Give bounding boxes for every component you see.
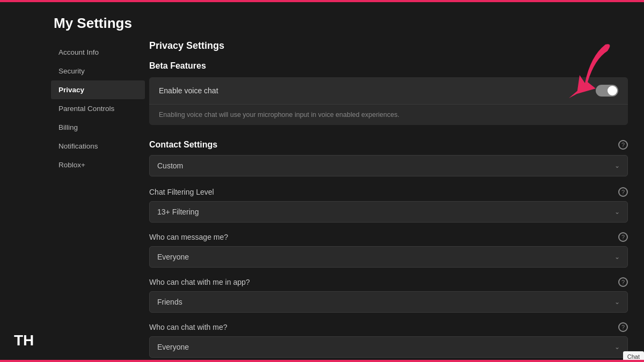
who-chat-app-value: Friends <box>157 298 182 306</box>
contact-settings-title: Contact Settings <box>149 140 217 150</box>
who-chat-value: Everyone <box>157 343 189 351</box>
contact-settings-section: Contact Settings ? Custom ⌄ <box>149 140 628 176</box>
chat-filtering-help-icon[interactable]: ? <box>618 187 628 197</box>
who-message-section: Who can message me? ? Everyone ⌄ <box>149 232 628 268</box>
sidebar-item-privacy[interactable]: Privacy <box>51 80 145 99</box>
chat-filtering-label: Chat Filtering Level <box>149 188 214 196</box>
chat-tooltip: Chat <box>623 351 644 362</box>
contact-settings-value: Custom <box>157 161 183 170</box>
who-chat-app-help-icon[interactable]: ? <box>618 277 628 287</box>
who-chat-app-label: Who can chat with me in app? <box>149 278 250 286</box>
sidebar-item-billing[interactable]: Billing <box>51 118 145 137</box>
who-chat-app-section: Who can chat with me in app? ? Friends ⌄ <box>149 277 628 313</box>
contact-settings-help-icon[interactable]: ? <box>618 140 628 150</box>
chat-filtering-section: Chat Filtering Level ? 13+ Filtering ⌄ <box>149 187 628 223</box>
who-message-help-icon[interactable]: ? <box>618 232 628 242</box>
who-chat-app-header: Who can chat with me in app? ? <box>149 277 628 287</box>
chat-filtering-value: 13+ Filtering <box>157 208 199 216</box>
sidebar: Account Info Security Privacy Parental C… <box>51 43 145 174</box>
who-message-label: Who can message me? <box>149 233 228 241</box>
who-chat-header: Who can chat with me? ? <box>149 322 628 332</box>
who-message-header: Who can message me? ? <box>149 232 628 242</box>
voice-chat-label: Enable voice chat <box>159 86 218 95</box>
sidebar-item-parental-controls[interactable]: Parental Controls <box>51 99 145 118</box>
sidebar-item-roblox-plus[interactable]: Roblox+ <box>51 156 145 174</box>
contact-settings-dropdown[interactable]: Custom ⌄ <box>149 155 628 176</box>
who-message-dropdown[interactable]: Everyone ⌄ <box>149 246 628 268</box>
page-title: My Settings <box>54 15 132 32</box>
who-chat-app-dropdown[interactable]: Friends ⌄ <box>149 291 628 313</box>
chat-filtering-header: Chat Filtering Level ? <box>149 187 628 197</box>
who-message-chevron-icon: ⌄ <box>614 253 620 261</box>
chat-filtering-chevron-icon: ⌄ <box>614 208 620 216</box>
who-chat-help-icon[interactable]: ? <box>618 322 628 332</box>
contact-settings-chevron-icon: ⌄ <box>614 162 620 169</box>
arrow-decoration <box>547 40 617 112</box>
sidebar-item-notifications[interactable]: Notifications <box>51 137 145 156</box>
chat-filtering-dropdown[interactable]: 13+ Filtering ⌄ <box>149 201 628 223</box>
who-chat-section: Who can chat with me? ? Everyone ⌄ <box>149 322 628 358</box>
contact-header: Contact Settings ? <box>149 140 628 150</box>
sidebar-item-security[interactable]: Security <box>51 62 145 80</box>
sidebar-item-account-info[interactable]: Account Info <box>51 43 145 62</box>
watermark: TH <box>10 330 38 351</box>
who-chat-label: Who can chat with me? <box>149 323 228 331</box>
who-message-value: Everyone <box>157 253 189 261</box>
who-chat-app-chevron-icon: ⌄ <box>614 298 620 306</box>
who-chat-chevron-icon: ⌄ <box>614 343 620 351</box>
who-chat-dropdown[interactable]: Everyone ⌄ <box>149 336 628 358</box>
